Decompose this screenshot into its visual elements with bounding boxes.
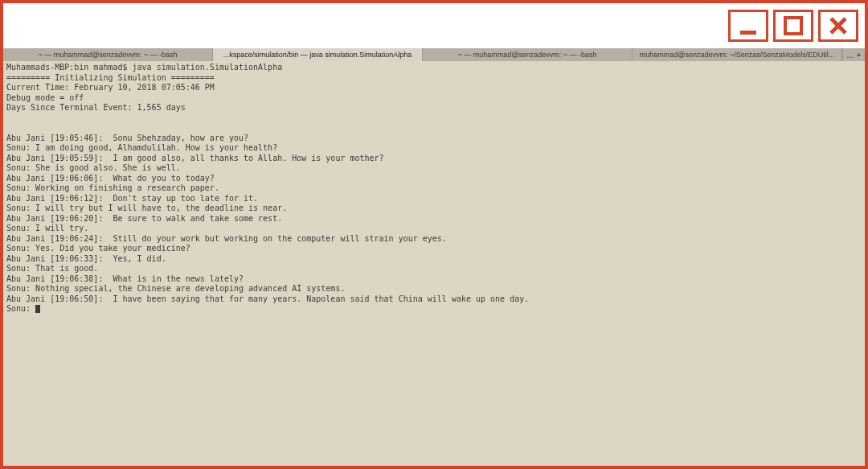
terminal-line: Sonu: She is good also. She is well. [6, 163, 181, 172]
tab-strip: ~ — muhammad@senzadevvm: ~ — -bash ...ks… [3, 48, 865, 61]
terminal-line: Sonu: I am doing good, Alhamdulilah. How… [6, 143, 277, 152]
minimize-button[interactable] [728, 10, 768, 42]
tab-overflow-ellipsis: ... [846, 51, 853, 60]
terminal-line: Abu Jani [19:06:12]: Don't stay up too l… [6, 194, 258, 203]
terminal-line: Abu Jani [19:06:06]: What do you to toda… [6, 174, 215, 183]
terminal-line: Abu Jani [19:05:46]: Sonu Shehzaday, how… [6, 134, 248, 142]
terminal-line: Abu Jani [19:06:33]: Yes, I did. [6, 254, 166, 263]
tab-label: ~ — muhammad@senzadevvm: ~ — -bash [38, 51, 177, 59]
tab-models[interactable]: muhammad@senzadevvm: ~/Senzas/SenzaModel… [633, 48, 842, 61]
minimize-icon [739, 16, 758, 35]
terminal-line: Abu Jani [19:06:24]: Still do your work … [6, 234, 447, 243]
tab-label: muhammad@senzadevvm: ~/Senzas/SenzaModel… [640, 51, 835, 59]
tab-overflow[interactable]: ... + [842, 48, 865, 61]
svg-rect-1 [785, 18, 801, 34]
terminal-line: Sonu: That is good. [6, 264, 98, 273]
tab-label: ...kspace/simulation/bin — java simulati… [223, 51, 412, 59]
terminal-line: Sonu: Nothing special, the Chinese are d… [6, 284, 345, 293]
terminal-window: ~ — muhammad@senzadevvm: ~ — -bash ...ks… [0, 0, 868, 469]
terminal-line: Sonu: I will try. [6, 224, 88, 232]
terminal-line: Abu Jani [19:06:20]: Be sure to walk and… [6, 214, 282, 223]
close-icon [829, 16, 848, 35]
terminal-line: Sonu: I will try but I will have to, the… [6, 204, 287, 212]
cursor-icon [35, 305, 40, 313]
terminal-line: Abu Jani [19:06:38]: What is in the news… [6, 274, 244, 283]
tab-bash-1[interactable]: ~ — muhammad@senzadevvm: ~ — -bash [3, 48, 213, 61]
terminal-body[interactable]: Muhammads-MBP:bin mahmad$ java simulatio… [3, 61, 865, 466]
terminal-line: ========= Initializing Simulation ======… [6, 73, 215, 82]
svg-rect-0 [740, 31, 756, 35]
maximize-icon [784, 16, 803, 35]
terminal-line: Sonu: [6, 304, 35, 313]
maximize-button[interactable] [773, 10, 813, 42]
terminal-line: Muhammads-MBP:bin mahmad$ java simulatio… [6, 63, 282, 72]
close-button[interactable] [818, 10, 858, 42]
terminal-line: Current Time: February 10, 2018 07:05:46… [6, 83, 215, 92]
terminal-line: Sonu: Working on finishing a research pa… [6, 183, 219, 192]
terminal-line: Debug mode = off [6, 93, 84, 102]
tab-bash-2[interactable]: ~ — muhammad@senzadevvm: ~ — -bash [423, 48, 633, 61]
tab-label: ~ — muhammad@senzadevvm: ~ — -bash [457, 51, 596, 59]
terminal-line: Sonu: Yes. Did you take your medicine? [6, 244, 190, 253]
terminal-line: Abu Jani [19:05:59]: I am good also, all… [6, 154, 384, 163]
terminal-line: Days Since Terminal Event: 1,565 days [6, 103, 186, 112]
titlebar [3, 3, 865, 48]
tab-java-simulation[interactable]: ...kspace/simulation/bin — java simulati… [213, 48, 423, 61]
terminal-line: Abu Jani [19:06:50]: I have been saying … [6, 294, 529, 303]
tab-add-icon: + [857, 51, 862, 60]
